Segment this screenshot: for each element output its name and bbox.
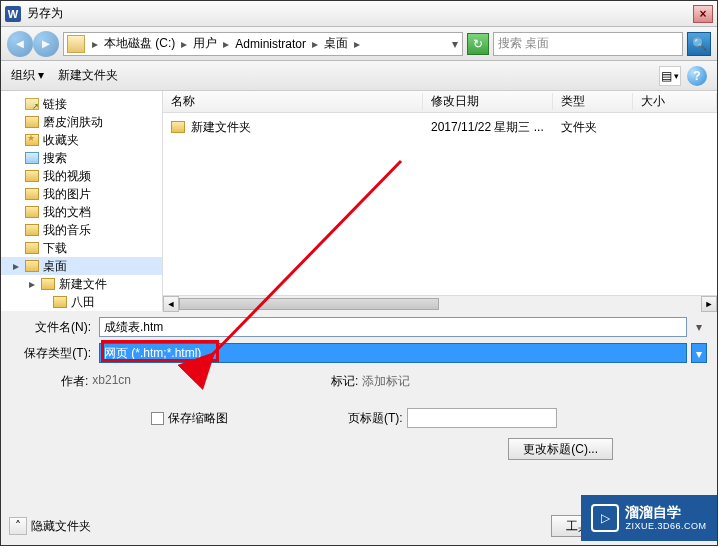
scroll-right-arrow[interactable]: ► (701, 296, 717, 312)
watermark-url: ZIXUE.3D66.COM (625, 521, 706, 532)
nav-forward-button[interactable]: ► (33, 31, 59, 57)
search-icon (25, 152, 39, 164)
col-name[interactable]: 名称 (163, 93, 423, 110)
close-button[interactable]: × (693, 5, 713, 23)
tree-item[interactable]: 我的图片 (1, 185, 162, 203)
breadcrumb[interactable]: ▸ 本地磁盘 (C:) ▸ 用户 ▸ Administrator ▸ 桌面 ▸ … (63, 32, 463, 56)
filetype-dropdown[interactable]: ▾ (691, 343, 707, 363)
folder-icon (25, 188, 39, 200)
tree-item-label: 我的视频 (43, 168, 91, 185)
tags-value[interactable]: 添加标记 (362, 373, 410, 390)
drive-icon (67, 35, 85, 53)
tree-item[interactable]: ▸桌面 (1, 257, 162, 275)
dialog-title: 另存为 (27, 5, 693, 22)
tree-item[interactable]: ▸新建文件 (1, 275, 162, 293)
folder-icon (25, 260, 39, 272)
tree-item[interactable]: 磨皮润肤动 (1, 113, 162, 131)
file-list-view: 名称 修改日期 类型 大小 新建文件夹 2017/11/22 星期三 ... 文… (163, 91, 717, 311)
tree-item-label: 桌面 (43, 258, 67, 275)
tree-item-label: 我的文档 (43, 204, 91, 221)
breadcrumb-item[interactable]: 本地磁盘 (C:) (102, 35, 177, 52)
nav-bar: ◄ ► ▸ 本地磁盘 (C:) ▸ 用户 ▸ Administrator ▸ 桌… (1, 27, 717, 61)
folder-icon (171, 121, 185, 133)
filetype-combobox[interactable]: 网页 (*.htm;*.html) (99, 343, 687, 363)
watermark: ▷ 溜溜自学 ZIXUE.3D66.COM (581, 495, 717, 541)
file-date: 2017/11/22 星期三 ... (423, 119, 553, 136)
filename-input[interactable]: 成绩表.htm (99, 317, 687, 337)
organize-menu[interactable]: 组织 ▾ (11, 67, 44, 84)
search-placeholder: 搜索 桌面 (498, 35, 549, 52)
tree-item[interactable]: 八田 (1, 293, 162, 311)
page-title-input[interactable] (407, 408, 557, 428)
watermark-text: 溜溜自学 (625, 504, 706, 521)
change-title-button[interactable]: 更改标题(C)... (508, 438, 613, 460)
title-bar: W 另存为 × (1, 1, 717, 27)
filename-label: 文件名(N): (11, 319, 95, 336)
breadcrumb-dropdown[interactable]: ▾ (448, 37, 462, 51)
tags-label: 标记: (331, 373, 358, 390)
breadcrumb-item[interactable]: 用户 (191, 35, 219, 52)
search-input[interactable]: 搜索 桌面 (493, 32, 683, 56)
search-go-button[interactable]: 🔍 (687, 32, 711, 56)
save-thumbnail-checkbox[interactable]: 保存缩略图 (151, 410, 228, 427)
folder-icon (53, 296, 67, 308)
column-headers[interactable]: 名称 修改日期 类型 大小 (163, 91, 717, 113)
toolbar: 组织 ▾ 新建文件夹 ▤▾ ? (1, 61, 717, 91)
refresh-button[interactable]: ↻ (467, 33, 489, 55)
tree-item-label: 我的音乐 (43, 222, 91, 239)
file-type: 文件夹 (553, 119, 633, 136)
file-row[interactable]: 新建文件夹 2017/11/22 星期三 ... 文件夹 (163, 113, 717, 135)
col-size[interactable]: 大小 (633, 93, 717, 110)
tree-item[interactable]: 我的视频 (1, 167, 162, 185)
expand-icon[interactable]: ▸ (27, 277, 37, 291)
folder-icon (41, 278, 55, 290)
tree-item-label: 下载 (43, 240, 67, 257)
col-date[interactable]: 修改日期 (423, 93, 553, 110)
expand-icon[interactable]: ▸ (11, 259, 21, 273)
tree-item[interactable]: 我的音乐 (1, 221, 162, 239)
tree-item[interactable]: 链接 (1, 95, 162, 113)
breadcrumb-item[interactable]: 桌面 (322, 35, 350, 52)
tree-item-label: 收藏夹 (43, 132, 79, 149)
tree-item[interactable]: 收藏夹 (1, 131, 162, 149)
author-value[interactable]: xb21cn (92, 373, 131, 390)
tree-item[interactable]: 搜索 (1, 149, 162, 167)
tree-item[interactable]: 我的文档 (1, 203, 162, 221)
breadcrumb-item[interactable]: Administrator (233, 37, 308, 51)
scroll-thumb[interactable] (179, 298, 439, 310)
tree-item-label: 搜索 (43, 150, 67, 167)
horizontal-scrollbar[interactable]: ◄ ► (163, 295, 717, 311)
author-label: 作者: (61, 373, 88, 390)
folder-icon (25, 170, 39, 182)
tree-item-label: 链接 (43, 96, 67, 113)
tree-item-label: 新建文件 (59, 276, 107, 293)
fav-icon (25, 134, 39, 146)
word-icon: W (5, 6, 21, 22)
play-icon: ▷ (591, 504, 619, 532)
folder-tree[interactable]: 链接磨皮润肤动收藏夹搜索我的视频我的图片我的文档我的音乐下载▸桌面▸新建文件八田 (1, 91, 163, 311)
col-type[interactable]: 类型 (553, 93, 633, 110)
tree-item-label: 我的图片 (43, 186, 91, 203)
scroll-left-arrow[interactable]: ◄ (163, 296, 179, 312)
link-icon (25, 98, 39, 110)
filename-dropdown[interactable]: ▾ (691, 320, 707, 334)
tree-item[interactable]: 下载 (1, 239, 162, 257)
page-title-label: 页标题(T): (348, 411, 403, 425)
chevron-up-icon: ˄ (9, 517, 27, 535)
nav-back-button[interactable]: ◄ (7, 31, 33, 57)
help-icon[interactable]: ? (687, 66, 707, 86)
hide-folders-toggle[interactable]: ˄ 隐藏文件夹 (9, 517, 91, 535)
file-name: 新建文件夹 (191, 119, 251, 136)
folder-icon (25, 116, 39, 128)
folder-icon (25, 224, 39, 236)
filetype-label: 保存类型(T): (11, 345, 95, 362)
folder-icon (25, 242, 39, 254)
folder-icon (25, 206, 39, 218)
new-folder-button[interactable]: 新建文件夹 (58, 67, 118, 84)
tree-item-label: 磨皮润肤动 (43, 114, 103, 131)
view-options-button[interactable]: ▤▾ (659, 66, 681, 86)
tree-item-label: 八田 (71, 294, 95, 311)
